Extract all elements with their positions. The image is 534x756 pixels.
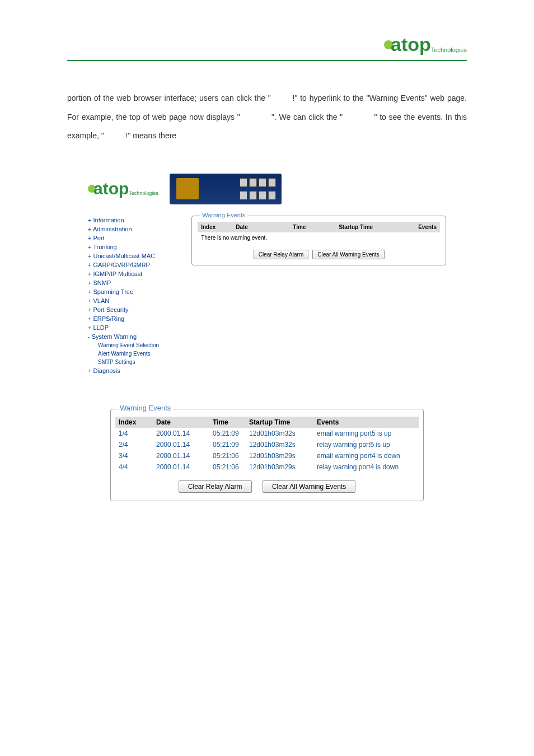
th-time: Time: [289, 222, 335, 232]
th2-time: Time: [213, 417, 249, 428]
figure-logo-sub: Technologies: [129, 190, 158, 196]
td-time: 05:21:09: [213, 428, 249, 439]
figure-webpage: atop Technologies InformationAdministrat…: [88, 174, 446, 375]
table2-header-row: Index Date Time Startup Time Events: [115, 417, 419, 428]
td-date: 2000.01.14: [153, 450, 213, 461]
page-header: atop Technologies: [67, 34, 467, 61]
th-startup: Startup Time: [335, 222, 415, 232]
td-startup: 12d01h03m29s: [249, 450, 313, 461]
td-events: relay warning port5 is up: [313, 439, 419, 450]
td-events: relay warning port4 is down: [313, 461, 419, 473]
sidebar-item[interactable]: SNMP: [88, 278, 175, 287]
body-paragraph: portion of the web browser interface; us…: [67, 89, 467, 146]
sidebar-subitem[interactable]: Alert Warning Events: [88, 349, 175, 358]
sidebar-item[interactable]: Trunking: [88, 242, 175, 251]
td-startup: 12d01h03m32s: [249, 428, 313, 439]
sidebar-item[interactable]: Port: [88, 234, 175, 242]
fieldset-legend: Warning Events: [200, 212, 247, 218]
logo-subtext: Technologies: [431, 46, 467, 53]
td-time: 05:21:09: [213, 439, 249, 450]
td-index: 1/4: [115, 428, 153, 439]
td-index: 4/4: [115, 461, 153, 473]
table-header-row: Index Date Time Startup Time Events: [198, 222, 440, 232]
clear-all-warning-events-button[interactable]: Clear All Warning Events: [312, 250, 384, 259]
td-startup: 12d01h03m29s: [249, 461, 313, 473]
th-events: Events: [415, 222, 440, 232]
th-index: Index: [198, 222, 232, 232]
sidebar: InformationAdministrationPortTrunkingUni…: [88, 216, 175, 375]
figure-warning-events-table: Warning Events Index Date Time Startup T…: [110, 409, 424, 501]
table-row: 2/42000.01.1405:21:0912d01h03m32srelay w…: [115, 439, 419, 450]
sidebar-item[interactable]: System Warning: [88, 332, 175, 341]
table-row: 4/42000.01.1405:21:0612d01h03m29srelay w…: [115, 461, 419, 473]
td-events: email warning port4 is down: [313, 450, 419, 461]
device-panel: [170, 174, 282, 204]
sidebar-item[interactable]: GARP/GVRP/GMRP: [88, 260, 175, 269]
td-events: email warning port5 is up: [313, 428, 419, 439]
sidebar-item[interactable]: Diagnosis: [88, 366, 175, 375]
clear-all-warning-events-button-2[interactable]: Clear All Warning Events: [263, 480, 355, 493]
logo: atop Technologies: [384, 34, 467, 55]
td-date: 2000.01.14: [153, 461, 213, 473]
table-row: 1/42000.01.1405:21:0912d01h03m32semail w…: [115, 428, 419, 439]
fieldset2-legend: Warning Events: [118, 404, 173, 412]
clear-relay-alarm-button[interactable]: Clear Relay Alarm: [254, 250, 309, 259]
td-date: 2000.01.14: [153, 439, 213, 450]
th2-events: Events: [313, 417, 419, 428]
td-startup: 12d01h03m32s: [249, 439, 313, 450]
sidebar-item[interactable]: LLDP: [88, 323, 175, 332]
td-index: 3/4: [115, 450, 153, 461]
sidebar-item[interactable]: Administration: [88, 225, 175, 234]
sidebar-item[interactable]: Spanning Tree: [88, 287, 175, 296]
sidebar-item[interactable]: ERPS/Ring: [88, 314, 175, 323]
th2-date: Date: [153, 417, 213, 428]
figure-logo-text: atop: [93, 179, 129, 198]
table-row: 3/42000.01.1405:21:0612d01h03m29semail w…: [115, 450, 419, 461]
sidebar-item[interactable]: IGMP/IP Multicast: [88, 269, 175, 278]
sidebar-item[interactable]: Unicast/Multicast MAC: [88, 251, 175, 260]
clear-relay-alarm-button-2[interactable]: Clear Relay Alarm: [179, 480, 252, 493]
td-index: 2/4: [115, 439, 153, 450]
sidebar-subitem[interactable]: Warning Event Selection: [88, 341, 175, 349]
figure-logo: atop Technologies: [88, 179, 158, 198]
sidebar-item[interactable]: Information: [88, 216, 175, 225]
sidebar-item[interactable]: VLAN: [88, 296, 175, 305]
td-time: 05:21:06: [213, 461, 249, 473]
th-date: Date: [232, 222, 289, 232]
td-date: 2000.01.14: [153, 428, 213, 439]
no-event-text: There is no warning event.: [198, 232, 440, 243]
th2-index: Index: [115, 417, 153, 428]
td-time: 05:21:06: [213, 450, 249, 461]
sidebar-item[interactable]: Port Security: [88, 305, 175, 314]
th2-startup: Startup Time: [249, 417, 313, 428]
logo-text: atop: [391, 34, 431, 55]
sidebar-subitem[interactable]: SMTP Settings: [88, 358, 175, 366]
warning-events-fieldset: Warning Events Index Date Time Startup T…: [191, 216, 446, 265]
